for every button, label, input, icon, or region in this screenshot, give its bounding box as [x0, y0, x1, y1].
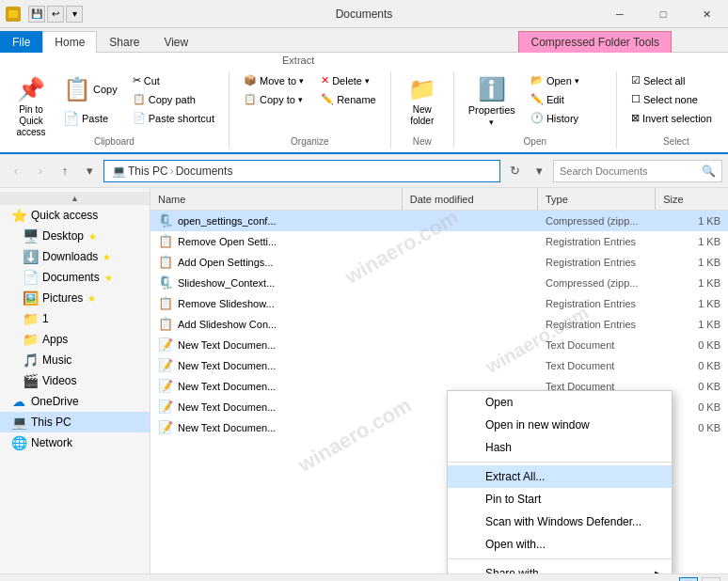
move-to-btn[interactable]: 📦 Move to ▾ [237, 71, 310, 89]
invert-selection-btn[interactable]: ⊠ Invert selection [625, 109, 728, 127]
sidebar-item-documents[interactable]: 📄 Documents ★ [0, 267, 150, 288]
cut-btn[interactable]: ✂ Cut [126, 71, 221, 89]
tab-compressed[interactable]: Compressed Folder Tools [518, 31, 672, 53]
open-btn[interactable]: 📂 Open ▾ [524, 71, 609, 89]
new-folder-btn[interactable]: 📁 New folder [399, 71, 446, 132]
col-size[interactable]: Size [656, 194, 728, 205]
documents-icon: 📄 [23, 270, 38, 285]
sidebar-item-thispc[interactable]: 💻 This PC [0, 412, 150, 432]
sidebar-item-pictures[interactable]: 🖼️ Pictures ★ [0, 288, 150, 308]
path-computer-icon: 💻 [112, 165, 126, 178]
sidebar-item-music[interactable]: 🎵 Music [0, 350, 150, 370]
file-type-icon: 📋 [158, 234, 173, 248]
close-btn[interactable]: ✕ [685, 0, 728, 28]
sidebar-item-onedrive[interactable]: ☁ OneDrive [0, 391, 150, 412]
properties-icon: ℹ️ [478, 76, 506, 102]
address-dropdown-btn[interactable]: ▾ [529, 161, 549, 181]
tab-share[interactable]: Share [97, 31, 151, 53]
context-menu-item[interactable]: Share with ▶ [448, 562, 672, 573]
history-btn[interactable]: 🕐 History [524, 109, 609, 127]
ctx-item-label: Pin to Start [485, 493, 541, 506]
tiles-view-btn[interactable]: ⊞ [702, 577, 720, 582]
paste-btn[interactable]: 📄 Paste [56, 108, 124, 129]
sidebar-item-quick-access[interactable]: ⭐ Quick access [0, 205, 150, 226]
table-row[interactable]: 📋 Remove Open Setti... Registration Entr… [150, 231, 728, 252]
desktop-icon: 🖥️ [23, 228, 38, 243]
address-path[interactable]: 💻 This PC › Documents [103, 160, 500, 182]
back-btn[interactable]: ‹ [6, 161, 26, 181]
table-row[interactable]: 🗜️ open_settings_conf... Compressed (zip… [150, 211, 728, 231]
properties-btn[interactable]: ℹ️ Properties ▾ [462, 71, 522, 132]
copy-path-icon: 📋 [133, 93, 146, 105]
select-none-icon: ☐ [631, 93, 641, 105]
forward-btn[interactable]: › [30, 161, 51, 181]
context-menu-item[interactable]: Open [448, 391, 672, 414]
copy-to-btn[interactable]: 📋 Copy to ▾ [237, 90, 310, 108]
refresh-btn[interactable]: ↻ [504, 161, 525, 181]
sidebar-item-videos[interactable]: 🎬 Videos [0, 370, 150, 391]
edit-btn[interactable]: ✏️ Edit [524, 90, 609, 108]
copy-path-btn[interactable]: 📋 Copy path [126, 90, 221, 108]
tab-home[interactable]: Home [42, 31, 97, 53]
quick-save-btn[interactable]: 💾 [28, 6, 45, 23]
table-row[interactable]: 📋 Add Open Settings... Registration Entr… [150, 252, 728, 273]
delete-rename-col: ✕ Delete ▾ ✏️ Rename [314, 71, 383, 123]
copy-paste-col: 📋 Copy 📄 Paste [56, 71, 124, 144]
context-menu-item[interactable]: Hash [448, 436, 672, 459]
select-none-btn[interactable]: ☐ Select none [625, 90, 728, 108]
sidebar-scroll-up[interactable]: ▲ [0, 192, 150, 205]
file-type: Text Document [538, 339, 656, 351]
edit-icon: ✏️ [530, 93, 544, 105]
col-type[interactable]: Type [538, 194, 655, 205]
pin-quick-access-btn[interactable]: 📌 Pin to Quick access [8, 71, 55, 143]
sidebar-label-music: Music [42, 353, 71, 367]
dropdown-btn[interactable]: ▾ [66, 6, 83, 23]
copy-btn[interactable]: 📋 Copy [56, 71, 124, 107]
delete-btn[interactable]: ✕ Delete ▾ [314, 71, 383, 89]
maximize-btn[interactable]: □ [641, 0, 685, 28]
select-all-btn[interactable]: ☑ Select all [625, 71, 728, 89]
context-menu-item[interactable]: Extract All... [448, 465, 672, 488]
rename-icon: ✏️ [321, 93, 334, 105]
sidebar-item-desktop[interactable]: 🖥️ Desktop ★ [0, 226, 150, 246]
search-input[interactable] [560, 165, 698, 177]
undo-btn[interactable]: ↩ [47, 6, 64, 23]
details-view-btn[interactable]: ☰ [679, 577, 698, 582]
context-menu-item[interactable]: Pin to Start [448, 488, 672, 510]
sidebar-item-1[interactable]: 📁 1 [0, 308, 150, 329]
rename-btn[interactable]: ✏️ Rename [314, 90, 383, 108]
context-menu-item[interactable]: Open with... [448, 533, 672, 556]
pictures-icon: 🖼️ [23, 290, 38, 306]
sidebar-item-network[interactable]: 🌐 Network [0, 432, 150, 453]
minimize-btn[interactable]: ─ [598, 0, 641, 28]
sidebar-item-downloads[interactable]: ⬇️ Downloads ★ [0, 246, 150, 267]
new-group: 📁 New folder New [391, 71, 454, 149]
table-row[interactable]: 📝 New Text Documen... Text Document 0 KB [150, 355, 728, 376]
file-area: Name Date modified Type Size 🗜️ open_set… [150, 188, 728, 573]
table-row[interactable]: 📋 Add Slideshow Con... Registration Entr… [150, 314, 728, 335]
quick-access-controls: 💾 ↩ ▾ [28, 6, 83, 23]
tab-file[interactable]: File [0, 31, 42, 53]
sidebar-item-apps[interactable]: 📁 Apps [0, 329, 150, 350]
music-icon: 🎵 [23, 353, 38, 368]
recent-btn[interactable]: ▾ [79, 161, 100, 181]
file-type: Text Document [538, 360, 656, 371]
path-documents[interactable]: Documents [176, 165, 233, 178]
file-type-icon: 📝 [158, 379, 173, 393]
paste-shortcut-btn[interactable]: 📄 Paste shortcut [126, 109, 221, 127]
context-menu-item[interactable]: Open in new window [448, 414, 672, 436]
path-thispc[interactable]: This PC [128, 165, 168, 178]
search-box[interactable]: 🔍 [553, 160, 722, 182]
up-btn[interactable]: ↑ [55, 161, 75, 181]
table-row[interactable]: 📝 New Text Documen... Text Document 0 KB [150, 335, 728, 355]
col-date[interactable]: Date modified [403, 194, 537, 205]
col-name[interactable]: Name [150, 194, 402, 205]
context-menu-item[interactable]: Scan with Windows Defender... [448, 510, 672, 533]
file-size: 0 KB [656, 360, 728, 371]
file-name: 📝 New Text Documen... [150, 379, 403, 393]
tab-view[interactable]: View [151, 31, 200, 53]
sidebar-label-thispc: This PC [31, 416, 71, 429]
address-bar: ‹ › ↑ ▾ 💻 This PC › Documents ↻ ▾ 🔍 [0, 154, 728, 188]
table-row[interactable]: 🗜️ Slideshow_Context... Compressed (zipp… [150, 273, 728, 293]
table-row[interactable]: 📋 Remove Slideshow... Registration Entri… [150, 293, 728, 314]
